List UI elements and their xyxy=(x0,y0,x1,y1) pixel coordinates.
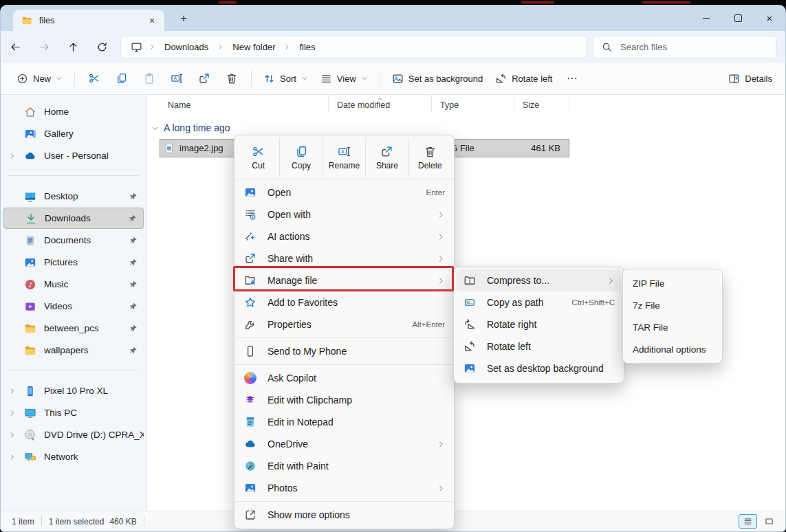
quick-share-button[interactable]: Share xyxy=(366,138,408,177)
menu-item-manage-file[interactable]: Manage file xyxy=(234,269,454,291)
sidebar-item-user-personal[interactable]: User - Personal xyxy=(3,145,144,166)
group-header-a-long-time-ago[interactable]: A long time ago xyxy=(151,122,785,133)
breadcrumb-files[interactable]: files xyxy=(294,40,320,54)
column-header-name[interactable]: Name xyxy=(160,96,329,113)
view-label: View xyxy=(337,74,356,84)
column-header-size[interactable]: Size xyxy=(514,96,569,113)
sidebar-item-desktop[interactable]: Desktop xyxy=(3,186,144,207)
search-box[interactable] xyxy=(593,36,777,58)
tab-close-icon[interactable]: × xyxy=(145,14,159,27)
sidebar-item-pictures[interactable]: Pictures xyxy=(3,252,144,273)
music-icon: ♪ xyxy=(24,278,36,291)
search-input[interactable] xyxy=(619,41,768,53)
rename-button[interactable]: A xyxy=(163,66,190,91)
this-pc-icon[interactable] xyxy=(131,41,142,53)
copy-icon xyxy=(116,72,128,85)
large-icons-view-toggle[interactable] xyxy=(760,514,778,529)
share-icon xyxy=(198,72,210,85)
submenu-item-rotate-left[interactable]: Rotate left xyxy=(454,335,624,357)
quick-copy-button[interactable]: Copy xyxy=(280,138,323,177)
submenu-item-set-as-desktop-background[interactable]: Set as desktop background xyxy=(454,357,624,379)
pin-icon xyxy=(129,192,138,201)
column-header-date-modified[interactable]: Date modified xyxy=(329,96,432,113)
menu-item-ai-actions[interactable]: AI actions xyxy=(234,225,454,247)
rotate-left-icon xyxy=(463,340,476,353)
menu-item-open[interactable]: Open Enter xyxy=(234,181,454,203)
menu-item-ask-copilot[interactable]: Ask Copilot xyxy=(234,367,454,389)
sidebar-item-between-pcs[interactable]: between_pcs xyxy=(3,318,144,339)
maximize-button[interactable] xyxy=(722,5,754,31)
sidebar-item-dvd-drive[interactable]: DVD Drive (D:) CPRA_X64FRE_ xyxy=(3,424,144,445)
share-button[interactable] xyxy=(190,66,218,91)
submenu-item-additional-options[interactable]: Additional options xyxy=(623,338,722,360)
downloads-icon xyxy=(25,212,37,225)
status-separator xyxy=(144,516,144,527)
onedrive-icon xyxy=(24,150,36,162)
copy-button[interactable] xyxy=(108,66,135,91)
new-tab-button[interactable]: + xyxy=(175,10,192,27)
submenu-item-zip-file[interactable]: ZIP File xyxy=(623,272,722,294)
tab-files[interactable]: files × xyxy=(13,10,164,31)
ellipsis-icon xyxy=(566,72,578,85)
paste-button[interactable] xyxy=(135,66,163,91)
sidebar-item-videos[interactable]: Videos xyxy=(3,296,144,317)
videos-icon xyxy=(24,300,36,313)
sidebar-item-downloads[interactable]: Downloads xyxy=(3,208,144,229)
expand-chevron-icon[interactable] xyxy=(9,454,16,461)
expand-chevron-icon[interactable] xyxy=(9,432,16,439)
expand-chevron-icon[interactable] xyxy=(9,388,16,395)
sidebar-item-network[interactable]: Network xyxy=(3,446,144,467)
expand-chevron-icon[interactable] xyxy=(9,410,16,417)
close-button[interactable]: × xyxy=(754,5,785,31)
menu-item-share-with[interactable]: Share with xyxy=(234,247,454,269)
sidebar-item-documents[interactable]: Documents xyxy=(3,230,144,251)
set-as-background-button[interactable]: Set as background xyxy=(386,66,489,91)
expand-chevron-icon[interactable] xyxy=(9,153,16,159)
submenu-item-7z-file[interactable]: 7z File xyxy=(623,294,722,316)
quick-cut-button[interactable]: Cut xyxy=(237,138,280,177)
minimize-button[interactable] xyxy=(690,5,722,31)
forward-button[interactable] xyxy=(30,34,58,59)
sidebar-item-music[interactable]: ♪ Music xyxy=(3,274,144,295)
submenu-item-tar-file[interactable]: TAR File xyxy=(623,316,722,338)
refresh-button[interactable] xyxy=(87,34,116,59)
back-icon xyxy=(10,41,21,53)
quick-rename-button[interactable]: ARename xyxy=(323,138,366,177)
menu-item-add-to-favorites[interactable]: Add to Favorites xyxy=(234,291,454,313)
sidebar-item-home[interactable]: Home xyxy=(3,101,144,122)
breadcrumb-new-folder[interactable]: New folder xyxy=(228,40,280,54)
quick-delete-button[interactable]: Delete xyxy=(409,138,451,177)
new-button[interactable]: New xyxy=(10,66,69,91)
delete-button[interactable] xyxy=(218,66,245,91)
submenu-item-rotate-right[interactable]: Rotate right xyxy=(454,313,624,335)
rotate-left-icon xyxy=(495,73,507,85)
menu-item-edit-with-clipchamp[interactable]: Edit with Clipchamp xyxy=(234,389,454,411)
cut-button[interactable] xyxy=(80,66,108,91)
sidebar-item-gallery[interactable]: Gallery xyxy=(3,123,144,144)
sort-button[interactable]: Sort xyxy=(257,66,314,91)
collapse-chevron-icon[interactable] xyxy=(151,124,159,132)
submenu-item-compress-to[interactable]: Compress to... xyxy=(457,269,621,291)
details-view-toggle[interactable] xyxy=(739,514,757,529)
sidebar-item-this-pc[interactable]: This PC xyxy=(3,402,144,423)
submenu-item-copy-as-path[interactable]: W Copy as path Ctrl+Shift+C xyxy=(454,291,624,313)
menu-item-edit-with-paint[interactable]: Edit with Paint xyxy=(234,455,454,477)
breadcrumb-downloads[interactable]: Downloads xyxy=(160,40,213,54)
up-button[interactable] xyxy=(58,34,87,59)
menu-item-properties[interactable]: Properties Alt+Enter xyxy=(234,313,454,335)
details-button[interactable]: Details xyxy=(722,66,778,91)
menu-item-photos[interactable]: Photos xyxy=(234,477,454,499)
menu-item-open-with[interactable]: Open with xyxy=(234,203,454,225)
menu-item-onedrive[interactable]: OneDrive xyxy=(234,433,454,455)
rotate-left-button[interactable]: Rotate left xyxy=(489,66,558,91)
menu-item-show-more-options[interactable]: Show more options xyxy=(234,504,454,526)
clipboard-icon xyxy=(143,72,155,85)
more-options-button[interactable] xyxy=(558,66,586,91)
menu-item-edit-in-notepad[interactable]: Edit in Notepad xyxy=(234,411,454,433)
back-button[interactable] xyxy=(1,34,30,59)
sidebar-item-pixel-phone[interactable]: Pixel 10 Pro XL xyxy=(3,380,144,401)
column-header-type[interactable]: Type xyxy=(432,96,514,113)
sidebar-item-wallpapers[interactable]: wallpapers xyxy=(3,340,144,361)
view-button[interactable]: View xyxy=(314,66,374,91)
menu-item-send-to-my-phone[interactable]: Send to My Phone xyxy=(234,340,454,362)
